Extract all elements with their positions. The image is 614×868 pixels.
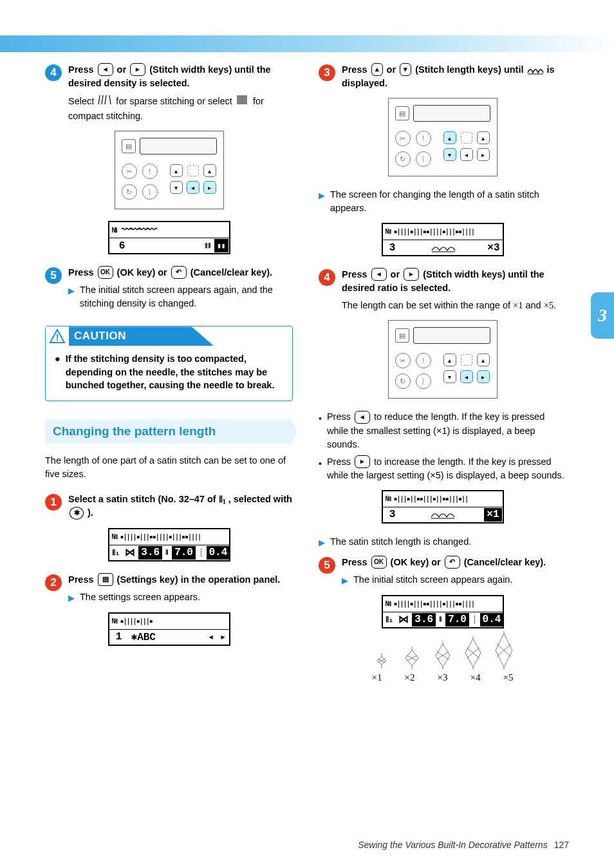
settings-key-icon: ▤: [395, 106, 409, 120]
step-number-3-red: 3: [319, 64, 335, 81]
lcd-density: N⦀ 〰〰〰〰 6 ⦀⦀ ▮▮: [108, 221, 230, 254]
up-arrow-key: ▴: [371, 63, 383, 76]
up-key-highlight: ▴: [443, 131, 456, 144]
step-number-1-red: 1: [45, 494, 62, 511]
step-number-4: 4: [45, 64, 62, 81]
step-5-ok-right: 5 Press OK (OK key) or ↶ (Cancel/clear k…: [319, 556, 566, 587]
right-key-highlight: ▸: [203, 181, 216, 194]
left-column: 4 Press ◂ or ▸ (Stitch width keys) until…: [45, 63, 293, 683]
caution-label: CAUTION: [69, 326, 292, 346]
scissors-icon: ✂: [122, 164, 137, 179]
panel-lcd: [413, 327, 490, 344]
down-arrow-key: ▾: [400, 63, 411, 76]
lock-icon: ⦚: [142, 184, 158, 200]
triangle-bullet-icon: ▶: [319, 190, 325, 215]
lcd-final: N⦀ ▪||||▪|||▪▪||||▪|||▪▪|||| ⦀₁ ⋈ 3.6 ⦀ …: [382, 595, 504, 628]
operation-panel-figure-3: ▤ ✂ ! ↻ ⦚ ▴ ▴ ▾ ◂: [388, 320, 498, 399]
down-key-highlight: ▾: [443, 148, 456, 161]
lock-icon: ⦚: [416, 151, 431, 167]
mode-key-icon: ✱: [70, 507, 84, 520]
up2-key: ▴: [477, 354, 490, 366]
ok-key: OK: [98, 266, 113, 279]
needle-icon: !: [416, 131, 431, 146]
triangle-bullet-icon: ▶: [342, 575, 348, 587]
right-key: ▸: [477, 148, 490, 161]
right-column: 3 Press ▴ or ▾ (Stitch length keys) unti…: [319, 63, 566, 683]
width-target-icon: [461, 354, 472, 366]
scissors-icon: ✂: [395, 131, 411, 146]
svg-line-0: [98, 95, 100, 104]
speed-icon: ↻: [122, 184, 137, 200]
speed-icon: ↻: [395, 151, 411, 167]
dense-stitch-icon: [236, 94, 249, 109]
lcd-ratio-x1: N⦀ ▪|||▪||▪▪|||▪||▪▪|||▪|| 3 ×1: [382, 490, 504, 524]
left-arrow-key: ◂: [371, 268, 387, 281]
step-2-settings-key: 2 Press ▤ (Settings key) in the operatio…: [45, 573, 293, 605]
triangle-bullet-icon: ▶: [68, 285, 75, 310]
left-key: ◂: [460, 148, 473, 161]
width-target-icon: [187, 165, 199, 176]
operation-panel-figure-2: ▤ ✂ ! ↻ ⦚ ▴ ▴ ▾ ◂: [388, 98, 498, 176]
lcd-stitch-main: N⦀ ▪||||▪|||▪▪||||▪|||▪▪|||| ⦀₁ ⋈ 3.6 ⦀ …: [108, 528, 230, 561]
section-intro: The length of one part of a satin stitch…: [45, 454, 293, 481]
down-key: ▾: [443, 370, 456, 383]
down-key: ▾: [170, 181, 183, 194]
step-number-4-red: 4: [319, 269, 335, 286]
needle-icon: !: [416, 353, 431, 368]
page-footer: Sewing the Various Built-In Decorative P…: [358, 840, 569, 850]
left-arrow-key: ◂: [355, 411, 370, 424]
right-arrow-key: ▸: [130, 63, 145, 76]
settings-key: ▤: [98, 573, 113, 586]
length-target-icon: [461, 132, 472, 144]
chapter-tab: 3: [591, 292, 614, 339]
speed-icon: ↻: [395, 373, 411, 389]
svg-line-2: [105, 95, 106, 104]
cancel-key: ↶: [171, 266, 187, 279]
step-4-ratio: 4 Press ◂ or ▸ (Stitch width keys) until…: [319, 268, 566, 312]
lock-icon: ⦚: [416, 373, 431, 389]
up-key: ▴: [170, 164, 183, 177]
ok-key: OK: [371, 556, 387, 569]
step-number-5-red: 5: [319, 557, 335, 574]
bullet-icon: •: [319, 457, 322, 482]
up2-key: ▴: [477, 131, 490, 144]
header-gradient: [0, 35, 614, 52]
bullet-icon: ●: [55, 352, 60, 392]
triangle-bullet-icon: ▶: [319, 537, 325, 549]
section-pattern-length: Changing the pattern length: [45, 419, 293, 444]
panel-lcd: [413, 105, 490, 122]
left-arrow-key: ◂: [98, 63, 113, 76]
triangle-bullet-icon: ▶: [68, 592, 75, 605]
sparse-stitch-icon: [98, 94, 112, 109]
svg-text:!: !: [56, 332, 59, 343]
step-5-ok: 5 Press OK (OK key) or ↶ (Cancel/clear k…: [45, 266, 293, 310]
caution-icon: !: [46, 326, 69, 346]
cancel-key: ↶: [445, 556, 460, 569]
lcd-ratio-x3: N⦀ ▪||||▪|||▪▪||||▪|||▪▪|||| 3 ×3: [382, 223, 504, 256]
lcd-settings: N⦀ ▪||||▪|||▪ 1 ✱ABC ◂ ▸: [108, 612, 230, 646]
page-content: 4 Press ◂ or ▸ (Stitch width keys) until…: [45, 63, 566, 683]
stitch-wave-icon: [526, 64, 544, 75]
step-1-select-stitch: 1 Select a satin stitch (No. 32–47 of ⦀₁…: [45, 493, 293, 520]
up-key: ▴: [443, 354, 456, 366]
step-number-2-red: 2: [45, 574, 62, 591]
right-arrow-key: ▸: [404, 268, 419, 281]
caution-box: ! CAUTION ● If the stitching density is …: [45, 326, 293, 401]
scissors-icon: ✂: [395, 353, 411, 368]
length-labels: ×1 ×2 ×3 ×4 ×5: [372, 672, 514, 683]
right-key-highlight: ▸: [477, 370, 490, 383]
bullet-icon: •: [319, 412, 322, 451]
right-arrow-key: ▸: [355, 455, 370, 468]
step-number-5: 5: [45, 267, 62, 284]
svg-line-1: [102, 95, 103, 104]
svg-line-3: [109, 95, 111, 104]
satin-group-icon: ⦀₁: [219, 494, 226, 504]
length-diamonds-figure: [372, 631, 514, 670]
panel-lcd: [140, 138, 217, 155]
left-key-highlight: ◂: [460, 370, 473, 383]
needle-icon: !: [142, 164, 158, 179]
settings-key-icon: ▤: [122, 139, 136, 153]
settings-key-icon: ▤: [395, 328, 409, 343]
step-3-length-keys: 3 Press ▴ or ▾ (Stitch length keys) unti…: [319, 63, 566, 90]
up2-key: ▴: [203, 164, 216, 177]
